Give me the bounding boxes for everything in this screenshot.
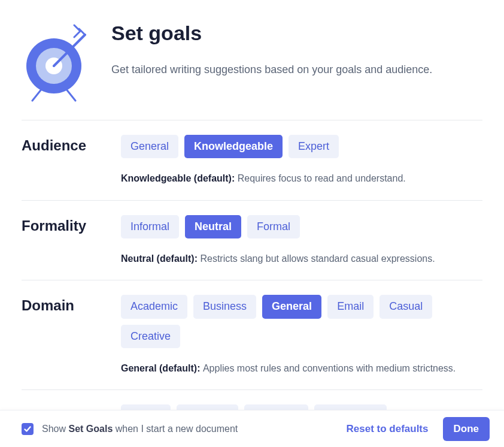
svg-line-0 <box>32 89 42 101</box>
formality-options: InformalNeutralFormal <box>121 215 482 238</box>
domain-options: AcademicBusinessGeneralEmailCasualCreati… <box>121 295 482 348</box>
svg-line-1 <box>66 89 75 101</box>
audience-option-general[interactable]: General <box>121 135 178 158</box>
footer-text-bold: Set Goals <box>68 424 113 434</box>
domain-body: AcademicBusinessGeneralEmailCasualCreati… <box>121 295 482 375</box>
intent-option-convince[interactable]: Convince <box>244 404 308 410</box>
domain-option-email[interactable]: Email <box>327 295 374 318</box>
audience-option-expert[interactable]: Expert <box>289 135 339 158</box>
intent-option-tell-a-story[interactable]: Tell A Story <box>314 404 387 410</box>
footer-bar: Show Set Goals when I start a new docume… <box>0 410 504 447</box>
target-icon <box>22 22 86 104</box>
domain-option-academic[interactable]: Academic <box>121 295 187 318</box>
intent-options: InformDescribeConvinceTell A Story <box>121 404 482 410</box>
audience-option-knowledgeable[interactable]: Knowledgeable <box>184 135 283 158</box>
audience-description: Knowledgeable (default): Requires focus … <box>121 171 482 185</box>
domain-option-casual[interactable]: Casual <box>379 295 432 318</box>
intent-section: IntentInformDescribeConvinceTell A Story… <box>22 390 482 410</box>
domain-option-business[interactable]: Business <box>193 295 256 318</box>
page-subtitle: Get tailored writing suggestions based o… <box>111 62 482 77</box>
audience-label: Audience <box>22 135 108 155</box>
domain-section: DomainAcademicBusinessGeneralEmailCasual… <box>22 280 482 390</box>
done-button[interactable]: Done <box>443 417 490 441</box>
intent-body: InformDescribeConvinceTell A StoryExperi… <box>121 404 482 410</box>
formality-option-informal[interactable]: Informal <box>121 215 179 238</box>
domain-option-general[interactable]: General <box>262 295 321 318</box>
formality-option-neutral[interactable]: Neutral <box>185 215 241 238</box>
formality-option-formal[interactable]: Formal <box>247 215 300 238</box>
footer-text-pre: Show <box>42 424 68 434</box>
domain-description: General (default): Applies most rules an… <box>121 361 482 375</box>
page-title: Set goals <box>111 22 482 45</box>
formality-description: Neutral (default): Restricts slang but a… <box>121 252 482 265</box>
audience-body: GeneralKnowledgeableExpertKnowledgeable … <box>121 135 482 186</box>
audience-section: AudienceGeneralKnowledgeableExpertKnowle… <box>22 120 482 201</box>
intent-option-inform[interactable]: Inform <box>121 404 171 410</box>
formality-section: FormalityInformalNeutralFormalNeutral (d… <box>22 201 482 281</box>
formality-body: InformalNeutralFormalNeutral (default): … <box>121 215 482 266</box>
show-on-start-checkbox[interactable] <box>22 423 34 435</box>
audience-options: GeneralKnowledgeableExpert <box>121 135 482 158</box>
intent-option-describe[interactable]: Describe <box>177 404 238 410</box>
reset-to-defaults-link[interactable]: Reset to defaults <box>347 423 429 435</box>
domain-label: Domain <box>22 295 108 315</box>
formality-label: Formality <box>22 215 108 235</box>
footer-text-post: when I start a new document <box>113 424 238 434</box>
footer-text: Show Set Goals when I start a new docume… <box>42 424 338 434</box>
domain-option-creative[interactable]: Creative <box>121 325 180 348</box>
intent-label: Intent <box>22 404 108 410</box>
